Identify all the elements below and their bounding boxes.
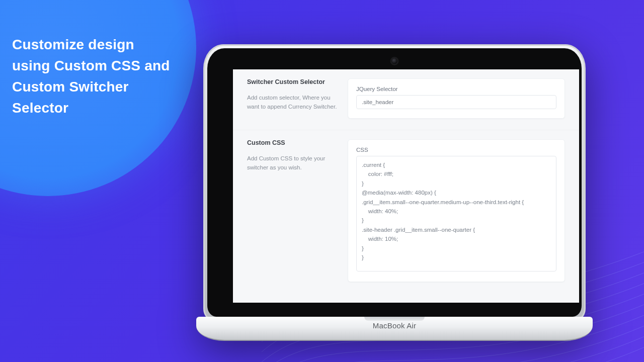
jquery-selector-input[interactable] [356, 95, 556, 109]
selector-card: JQuery Selector [348, 78, 565, 119]
marketing-headline: Customize design using Custom CSS and Cu… [12, 34, 173, 119]
device-bezel: Switcher Custom Selector Add custom sele… [207, 48, 582, 317]
css-field-label: CSS [356, 147, 556, 153]
camera-icon [392, 58, 397, 64]
section-custom-css: Custom CSS Add Custom CSS to style your … [233, 130, 579, 293]
css-card: CSS [348, 139, 565, 282]
section-switcher-selector: Switcher Custom Selector Add custom sele… [233, 69, 579, 130]
section-description: Add custom selector, Where you want to a… [247, 94, 339, 112]
settings-app: Switcher Custom Selector Add custom sele… [233, 69, 579, 303]
section-description: Add Custom CSS to style your switcher as… [247, 154, 339, 172]
section-title: Custom CSS [247, 139, 339, 146]
device-label: MacBook Air [373, 321, 416, 330]
section-title: Switcher Custom Selector [247, 78, 339, 85]
custom-css-textarea[interactable] [356, 156, 556, 272]
jquery-selector-label: JQuery Selector [356, 86, 556, 92]
device-screen: Switcher Custom Selector Add custom sele… [233, 69, 579, 303]
device-mockup: Switcher Custom Selector Add custom sele… [196, 44, 593, 350]
